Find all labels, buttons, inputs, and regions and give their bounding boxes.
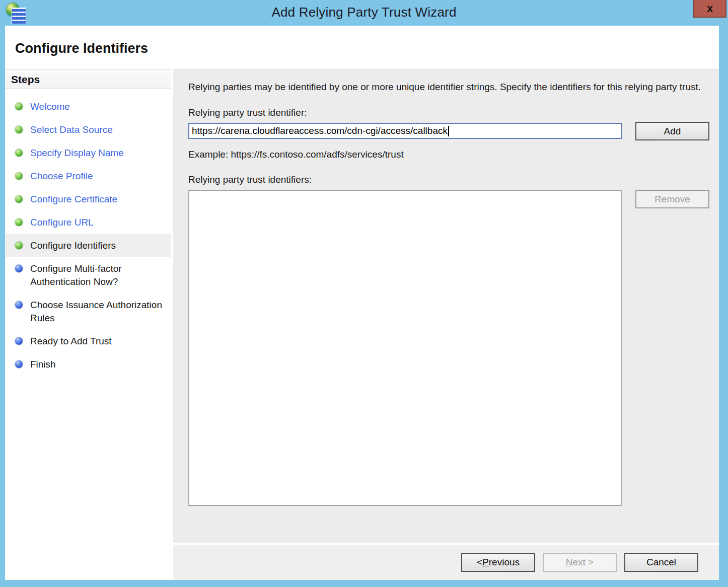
step-label: Configure URL [30,217,94,228]
identifiers-list-label: Relying party trust identifiers: [188,174,719,185]
content-pane: Relying parties may be identified by one… [173,69,719,543]
pending-step-bullet-icon [15,337,23,345]
remove-button[interactable]: Remove [635,190,709,208]
previous-button[interactable]: < Previous [461,553,535,572]
step-label: Choose Profile [30,171,93,181]
identifiers-row: Remove [188,190,719,506]
client-area: Configure Identifiers Steps WelcomeSelec… [5,26,719,580]
step-label: Configure Identifiers [30,240,116,251]
step-item-select-data-source[interactable]: Select Data Source [5,118,171,141]
step-item-choose-issuance-authorization-rules: Choose Issuance Authorization Rules [5,293,171,330]
right-column: Relying parties may be identified by one… [173,69,719,580]
add-button[interactable]: Add [635,122,709,140]
cancel-button[interactable]: Cancel [624,553,698,572]
completed-step-bullet-icon [15,195,23,203]
completed-step-bullet-icon [15,242,23,249]
pending-step-bullet-icon [15,360,23,368]
step-label: Configure Certificate [30,194,117,204]
wizard-window: Add Relying Party Trust Wizard x Configu… [0,0,728,587]
step-label: Choose Issuance Authorization Rules [30,300,162,323]
heading-band: Configure Identifiers [5,26,719,69]
step-label: Welcome [30,101,70,112]
step-item-specify-display-name[interactable]: Specify Display Name [5,141,171,165]
completed-step-bullet-icon [15,103,23,110]
close-icon: x [707,2,713,15]
close-button[interactable]: x [693,0,726,18]
text-caret [448,126,449,136]
pending-step-bullet-icon [15,265,23,272]
example-text: Example: https://fs.contoso.com/adfs/ser… [188,149,719,160]
steps-panel: Steps WelcomeSelect Data SourceSpecify D… [5,69,171,580]
next-button[interactable]: Next > [543,553,617,572]
footer-button-bar: < Previous Next > Cancel [173,545,719,580]
step-item-configure-url[interactable]: Configure URL [5,211,171,234]
step-label: Specify Display Name [30,148,124,158]
identifier-input[interactable]: https://carena.cloudflareaccess.com/cdn-… [188,123,622,139]
step-item-configure-certificate[interactable]: Configure Certificate [5,188,171,211]
step-item-choose-profile[interactable]: Choose Profile [5,165,171,188]
intro-text: Relying parties may be identified by one… [188,80,703,94]
completed-step-bullet-icon [15,149,23,157]
step-label: Ready to Add Trust [30,336,112,346]
completed-step-bullet-icon [15,126,23,133]
step-label: Select Data Source [30,124,113,135]
steps-header: Steps [5,69,171,89]
completed-step-bullet-icon [15,172,23,180]
steps-list: WelcomeSelect Data SourceSpecify Display… [5,95,171,376]
titlebar: Add Relying Party Trust Wizard x [0,0,728,26]
step-item-ready-to-add-trust: Ready to Add Trust [5,330,171,353]
main-area: Steps WelcomeSelect Data SourceSpecify D… [5,69,719,580]
pending-step-bullet-icon [15,301,23,309]
identifier-label: Relying party trust identifier: [188,107,719,118]
window-title: Add Relying Party Trust Wizard [0,5,728,20]
step-item-finish: Finish [5,353,171,376]
step-item-configure-multi-factor-authentication-now: Configure Multi-factor Authentication No… [5,257,171,293]
step-label: Finish [30,359,56,370]
identifiers-listbox[interactable] [188,190,622,506]
identifier-row: https://carena.cloudflareaccess.com/cdn-… [188,123,719,140]
step-label: Configure Multi-factor Authentication No… [30,263,122,287]
completed-step-bullet-icon [15,218,23,226]
step-item-welcome[interactable]: Welcome [5,95,171,118]
step-item-configure-identifiers[interactable]: Configure Identifiers [5,234,171,257]
page-title: Configure Identifiers [5,26,719,56]
identifier-input-value: https://carena.cloudflareaccess.com/cdn-… [192,125,448,136]
